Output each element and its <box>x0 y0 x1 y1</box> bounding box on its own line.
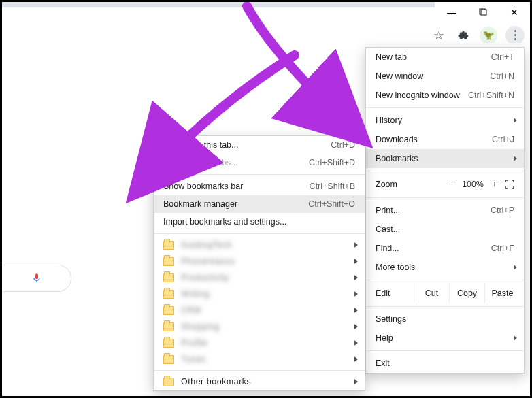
svg-rect-1 <box>481 10 486 15</box>
chevron-right-icon <box>354 275 358 280</box>
chevron-right-icon <box>514 118 517 123</box>
menu-incognito[interactable]: New incognito windowCtrl+Shift+N <box>366 86 524 105</box>
zoom-value: 100% <box>459 180 487 189</box>
chevron-right-icon <box>354 291 358 297</box>
close-button[interactable]: ✕ <box>499 2 530 22</box>
folder-icon <box>163 339 174 348</box>
tabstrip <box>2 2 435 7</box>
bookmark-folder[interactable]: Phonereasus <box>154 253 365 269</box>
bookmark-star-icon[interactable]: ☆ <box>431 27 447 44</box>
chevron-right-icon <box>354 259 358 264</box>
menu-history[interactable]: History <box>366 111 524 130</box>
folder-icon <box>163 257 174 266</box>
menu-new-window[interactable]: New windowCtrl+N <box>366 67 524 86</box>
maximize-button[interactable] <box>467 2 499 22</box>
menu-more-tools[interactable]: More tools <box>366 258 524 277</box>
submenu-bookmark-this-tab[interactable]: Bookmark this tab...Ctrl+D <box>154 136 365 154</box>
chevron-right-icon <box>354 242 358 248</box>
folder-icon <box>163 355 174 364</box>
menu-cast[interactable]: Cast... <box>366 220 524 239</box>
folder-icon <box>163 322 174 331</box>
bookmark-folder[interactable]: Productivity <box>154 269 365 286</box>
chevron-right-icon <box>514 156 517 161</box>
bookmark-folder[interactable]: Writing <box>154 286 365 302</box>
voice-search-button[interactable] <box>2 265 71 292</box>
menu-edit-row: Edit Cut Copy Paste <box>366 283 524 303</box>
bookmark-folder[interactable]: Shopping <box>154 318 365 335</box>
zoom-in-button[interactable]: + <box>487 180 502 189</box>
bookmark-folder-other[interactable]: Other bookmarks <box>154 374 365 390</box>
folder-icon <box>163 241 174 250</box>
folder-icon <box>163 378 174 386</box>
bookmarks-submenu: Bookmark this tab...Ctrl+D Bookmark all … <box>153 135 365 391</box>
menu-exit[interactable]: Exit <box>366 354 524 373</box>
menu-zoom: Zoom − 100% + <box>366 174 524 195</box>
chevron-right-icon <box>354 324 358 329</box>
menu-downloads[interactable]: DownloadsCtrl+J <box>366 130 524 149</box>
menu-bookmarks[interactable]: Bookmarks <box>366 149 524 168</box>
folder-icon <box>163 306 174 315</box>
submenu-bookmark-manager[interactable]: Bookmark managerCtrl+Shift+O <box>154 195 365 213</box>
menu-new-tab[interactable]: New tabCtrl+T <box>366 48 524 67</box>
folder-icon <box>163 273 174 282</box>
menu-print[interactable]: Print...Ctrl+P <box>366 201 524 220</box>
profile-avatar[interactable]: 🦖 <box>480 27 497 44</box>
submenu-import-bookmarks[interactable]: Import bookmarks and settings... <box>154 213 365 231</box>
zoom-out-button[interactable]: − <box>444 180 459 189</box>
chevron-right-icon <box>354 379 358 384</box>
edit-copy[interactable]: Copy <box>449 283 484 303</box>
minimize-button[interactable]: — <box>436 2 467 22</box>
submenu-bookmark-all-tabs: Bookmark all tabs...Ctrl+Shift+D <box>154 154 365 171</box>
chevron-right-icon <box>514 335 517 341</box>
menu-help[interactable]: Help <box>366 329 524 348</box>
chrome-menu-button[interactable] <box>505 26 525 45</box>
menu-settings[interactable]: Settings <box>366 310 524 329</box>
chevron-right-icon <box>354 356 358 362</box>
bookmark-folder[interactable]: Tunes <box>154 351 365 367</box>
chrome-main-menu: New tabCtrl+T New windowCtrl+N New incog… <box>365 47 525 374</box>
edit-paste[interactable]: Paste <box>484 283 520 303</box>
menu-find[interactable]: Find...Ctrl+F <box>366 239 524 258</box>
chevron-right-icon <box>514 265 517 270</box>
bookmark-folder[interactable]: Profile <box>154 335 365 351</box>
folder-icon <box>163 290 174 299</box>
submenu-show-bookmarks-bar[interactable]: Show bookmarks barCtrl+Shift+B <box>154 178 365 195</box>
bookmark-folder[interactable]: CRM <box>154 302 365 318</box>
extensions-icon[interactable] <box>455 27 471 44</box>
chevron-right-icon <box>354 340 358 346</box>
fullscreen-icon[interactable] <box>502 180 517 189</box>
edit-cut[interactable]: Cut <box>414 283 449 303</box>
bookmark-folder[interactable]: GuidingTech <box>154 237 365 253</box>
chevron-right-icon <box>354 308 358 313</box>
